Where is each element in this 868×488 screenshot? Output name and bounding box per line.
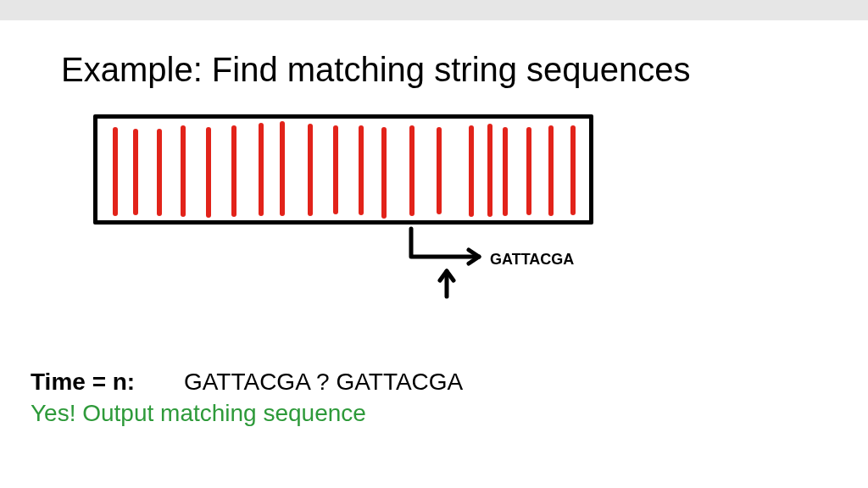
page-title: Example: Find matching string sequences [61,51,691,89]
array-bar [181,125,186,217]
result-line: Yes! Output matching sequence [31,400,366,427]
array-bar [308,124,313,216]
array-bar [206,127,211,218]
array-box [93,114,593,225]
bars-container [97,119,589,220]
array-bar [487,124,492,217]
array-bar [409,125,415,216]
array-bar [503,127,508,216]
array-bar [333,125,338,214]
array-bar [133,129,138,215]
time-compare: GATTACGA ? GATTACGA [184,369,463,395]
array-bar [381,127,387,219]
callout-arrows [394,225,496,301]
time-line: Time = n: GATTACGA ? GATTACGA [31,369,463,396]
array-bar [526,127,531,215]
array-bar [231,125,236,217]
array-bar [359,125,364,215]
array-bar [469,125,474,217]
array-bar [570,125,576,215]
callout-label: GATTACGA [490,251,574,269]
array-bar [113,127,118,216]
time-prefix: Time = n: [31,369,135,395]
array-bar [437,127,442,214]
array-bar [157,129,162,216]
top-bar [0,0,868,20]
array-bar [280,121,285,216]
array-bar [259,123,264,216]
array-bar [548,125,554,216]
